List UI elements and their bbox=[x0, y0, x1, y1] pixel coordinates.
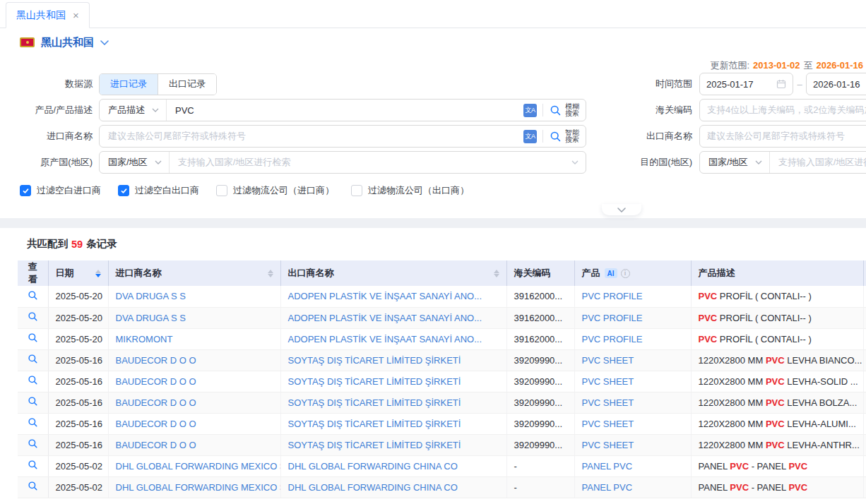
product-link[interactable]: PANEL PVC bbox=[582, 461, 633, 472]
column-header: 产品描述 bbox=[691, 260, 863, 286]
exporter-link[interactable]: DHL GLOBAL FORWARDING CHINA CO bbox=[288, 461, 458, 472]
exporter-link[interactable]: ADOPEN PLASTİK VE İNŞAAT SANAYİ ANO... bbox=[288, 313, 482, 323]
view-detail-icon[interactable] bbox=[28, 290, 38, 301]
product-search-input[interactable]: PVC bbox=[167, 100, 523, 121]
info-icon[interactable]: i bbox=[621, 269, 630, 278]
exporter-link[interactable]: DHL GLOBAL FORWARDING CHINA CO bbox=[288, 482, 458, 493]
export-records-tab[interactable]: 出口记录 bbox=[158, 74, 216, 95]
checkbox-icon[interactable] bbox=[351, 185, 362, 196]
product-link[interactable]: PANEL PVC bbox=[582, 482, 633, 493]
product-link[interactable]: PVC SHEET bbox=[582, 419, 634, 429]
importer-cell: DVA DRUGA S S bbox=[108, 307, 280, 328]
view-detail-icon[interactable] bbox=[28, 375, 38, 385]
view-cell[interactable] bbox=[18, 349, 48, 371]
view-cell[interactable] bbox=[18, 371, 48, 392]
importer-name-input[interactable]: 建议去除公司尾部字符或特殊符号 bbox=[100, 126, 523, 147]
hs-code-cell: - bbox=[506, 455, 574, 476]
column-header[interactable]: 出口商名称 bbox=[280, 260, 506, 286]
product-link[interactable]: PVC PROFILE bbox=[582, 291, 643, 301]
filter-checkbox[interactable]: 过滤空白出口商 bbox=[118, 184, 199, 197]
view-cell[interactable] bbox=[18, 455, 48, 476]
checkbox-icon[interactable] bbox=[118, 185, 129, 196]
importer-link[interactable]: DVA DRUGA S S bbox=[116, 291, 186, 301]
importer-link[interactable]: BAUDECOR D O O bbox=[116, 376, 196, 387]
exporter-link[interactable]: SOYTAŞ DIŞ TİCARET LİMİTED ŞİRKETİ bbox=[288, 376, 461, 387]
close-icon[interactable]: × bbox=[73, 10, 79, 20]
view-detail-icon[interactable] bbox=[28, 460, 38, 470]
summary-prefix: 共匹配到 bbox=[27, 237, 68, 251]
end-date-input[interactable]: 2026-01-16 bbox=[806, 73, 866, 95]
sort-icon[interactable] bbox=[268, 270, 273, 277]
collapse-panel-button[interactable] bbox=[602, 204, 641, 215]
column-header: 查看 bbox=[18, 260, 48, 286]
filter-checkbox[interactable]: 过滤物流公司（进口商） bbox=[216, 184, 334, 197]
exporter-link[interactable]: SOYTAŞ DIŞ TİCARET LİMİTED ŞİRKETİ bbox=[288, 419, 461, 429]
view-detail-icon[interactable] bbox=[28, 396, 38, 407]
results-summary: 共匹配到 59 条记录 bbox=[27, 236, 866, 251]
column-header[interactable]: 日期 bbox=[48, 260, 108, 286]
product-link[interactable]: PVC SHEET bbox=[582, 397, 634, 408]
tab-montenegro[interactable]: 黑山共和国 × bbox=[6, 2, 90, 28]
importer-link[interactable]: MIKROMONT bbox=[116, 334, 173, 344]
chevron-down-icon[interactable] bbox=[571, 160, 579, 164]
start-date-input[interactable]: 2025-01-17 bbox=[699, 73, 793, 95]
view-cell[interactable] bbox=[18, 286, 48, 307]
view-detail-icon[interactable] bbox=[28, 481, 38, 491]
origin-country-select[interactable]: 国家/地区 bbox=[100, 152, 170, 173]
importer-link[interactable]: DHL GLOBAL FORWARDING MEXICO S A bbox=[116, 482, 281, 493]
time-range-label: 时间范围 bbox=[593, 78, 699, 90]
sort-icon[interactable] bbox=[95, 270, 101, 277]
view-cell[interactable] bbox=[18, 434, 48, 455]
view-cell[interactable] bbox=[18, 413, 48, 434]
empty-cell bbox=[863, 413, 866, 434]
view-detail-icon[interactable] bbox=[28, 332, 38, 343]
product-link[interactable]: PVC SHEET bbox=[582, 440, 634, 450]
importer-link[interactable]: BAUDECOR D O O bbox=[116, 355, 196, 366]
ai-badge: AI bbox=[605, 268, 617, 278]
view-detail-icon[interactable] bbox=[28, 438, 38, 449]
importer-link[interactable]: DVA DRUGA S S bbox=[116, 313, 186, 323]
product-type-select[interactable]: 产品描述 bbox=[100, 100, 167, 121]
exporter-link[interactable]: SOYTAŞ DIŞ TİCARET LİMİTED ŞİRKETİ bbox=[288, 440, 461, 450]
importer-link[interactable]: DHL GLOBAL FORWARDING MEXICO S A bbox=[116, 461, 281, 472]
product-cell: PVC PROFILE bbox=[574, 286, 691, 307]
translate-icon[interactable]: 文A bbox=[523, 104, 537, 117]
product-link[interactable]: PVC SHEET bbox=[582, 355, 634, 366]
exporter-link[interactable]: SOYTAŞ DIŞ TİCARET LİMİTED ŞİRKETİ bbox=[288, 397, 461, 408]
importer-link[interactable]: BAUDECOR D O O bbox=[116, 440, 196, 450]
destination-search-input[interactable]: 支持输入国家/地区进行检索 bbox=[770, 152, 866, 173]
product-link[interactable]: PVC PROFILE bbox=[582, 313, 643, 323]
importer-link[interactable]: BAUDECOR D O O bbox=[116, 397, 196, 408]
view-cell[interactable] bbox=[18, 392, 48, 413]
view-detail-icon[interactable] bbox=[28, 311, 38, 322]
empty-cell bbox=[863, 434, 866, 455]
chevron-down-icon[interactable] bbox=[100, 40, 109, 45]
product-link[interactable]: PVC SHEET bbox=[582, 376, 634, 387]
fuzzy-search-button[interactable]: 模糊搜索 bbox=[543, 103, 586, 118]
view-cell[interactable] bbox=[18, 476, 48, 498]
column-header[interactable]: 进口商名称 bbox=[108, 260, 280, 286]
filter-checkbox[interactable]: 过滤物流公司（出口商） bbox=[351, 184, 469, 197]
translate-icon[interactable]: 文A bbox=[523, 130, 537, 143]
origin-search-input[interactable]: 支持输入国家/地区进行检索 bbox=[170, 152, 569, 173]
table-header-row: 查看日期进口商名称出口商名称海关编码产品AIi产品描述 bbox=[18, 260, 866, 286]
smart-search-button[interactable]: 智能搜索 bbox=[543, 129, 586, 144]
hs-code-input[interactable]: 支持4位以上海关编码，或2位海关编码加必要描述 bbox=[699, 99, 866, 121]
view-cell[interactable] bbox=[18, 307, 48, 328]
sort-icon[interactable] bbox=[494, 270, 499, 277]
product-cell: PVC SHEET bbox=[574, 392, 691, 413]
exporter-link[interactable]: ADOPEN PLASTİK VE İNŞAAT SANAYİ ANO... bbox=[288, 291, 482, 301]
importer-link[interactable]: BAUDECOR D O O bbox=[116, 419, 196, 429]
view-detail-icon[interactable] bbox=[28, 354, 38, 364]
exporter-link[interactable]: ADOPEN PLASTİK VE İNŞAAT SANAYİ ANO... bbox=[288, 334, 482, 344]
checkbox-icon[interactable] bbox=[216, 185, 227, 196]
view-cell[interactable] bbox=[18, 328, 48, 349]
view-detail-icon[interactable] bbox=[28, 417, 38, 428]
destination-country-select[interactable]: 国家/地区 bbox=[700, 152, 770, 173]
checkbox-icon[interactable] bbox=[20, 185, 31, 196]
import-records-tab[interactable]: 进口记录 bbox=[100, 74, 158, 95]
product-link[interactable]: PVC PROFILE bbox=[582, 334, 643, 344]
filter-checkbox[interactable]: 过滤空白进口商 bbox=[20, 184, 101, 197]
exporter-link[interactable]: SOYTAŞ DIŞ TİCARET LİMİTED ŞİRKETİ bbox=[288, 355, 461, 366]
exporter-name-input[interactable]: 建议去除公司尾部字符或特殊符号 bbox=[699, 125, 866, 148]
